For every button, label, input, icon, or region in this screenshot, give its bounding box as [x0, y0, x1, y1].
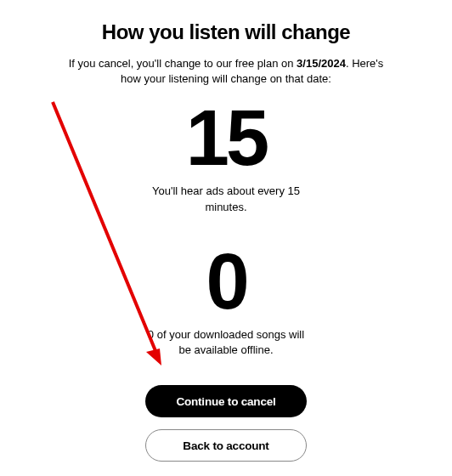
stat-ads-number: 15	[186, 99, 266, 177]
back-to-account-button[interactable]: Back to account	[145, 429, 307, 462]
subtitle-text: If you cancel, you'll change to our free…	[65, 56, 387, 87]
stat-ads-caption: You'll hear ads about every 15 minutes.	[141, 184, 311, 214]
stat-ads: 15 You'll hear ads about every 15 minute…	[141, 94, 311, 236]
subtitle-prefix: If you cancel, you'll change to our free…	[69, 57, 297, 70]
stat-downloads-number: 0	[206, 242, 246, 320]
stat-downloads-caption: 0 of your downloaded songs will be avail…	[141, 327, 311, 358]
button-group: Continue to cancel Back to account	[145, 385, 307, 462]
page-title: How you listen will change	[102, 20, 350, 44]
stat-downloads: 0 0 of your downloaded songs will be ava…	[141, 237, 311, 380]
continue-to-cancel-button[interactable]: Continue to cancel	[145, 385, 307, 417]
subtitle-date: 3/15/2024	[297, 57, 346, 70]
